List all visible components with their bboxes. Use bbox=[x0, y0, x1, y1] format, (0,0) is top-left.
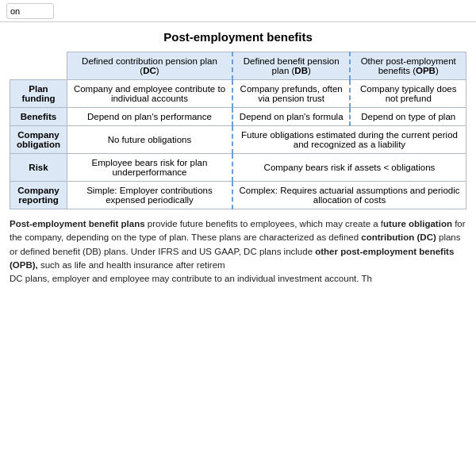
header-empty bbox=[10, 52, 67, 80]
row-plan-funding: Plan funding Company and employee contri… bbox=[10, 80, 466, 108]
cell-obligation-dc: No future obligations bbox=[67, 126, 232, 154]
cell-benefits-opb: Depend on type of plan bbox=[350, 108, 466, 126]
header-dc: Defined contribution pension plan (DC) bbox=[67, 52, 232, 80]
row-header-company-reporting: Company reporting bbox=[10, 182, 67, 209]
cell-reporting-db-opb: Complex: Requires actuarial assumptions … bbox=[232, 182, 466, 209]
row-header-plan-funding: Plan funding bbox=[10, 80, 67, 108]
row-benefits: Benefits Depend on plan's performance De… bbox=[10, 108, 466, 126]
header-opb: Other post-employment benefits (OPB) bbox=[350, 52, 466, 80]
page-content: Post-employment benefits Defined contrib… bbox=[0, 22, 476, 294]
page-title: Post-employment benefits bbox=[10, 30, 466, 44]
row-header-benefits: Benefits bbox=[10, 108, 67, 126]
row-risk: Risk Employee bears risk for plan underp… bbox=[10, 154, 466, 182]
row-company-obligation: Company obligation No future obligations… bbox=[10, 126, 466, 154]
cell-plan-funding-opb: Company typically does not prefund bbox=[350, 80, 466, 108]
benefits-table: Defined contribution pension plan (DC) D… bbox=[10, 52, 466, 209]
cell-risk-dc: Employee bears risk for plan underperfor… bbox=[67, 154, 232, 182]
row-header-company-obligation: Company obligation bbox=[10, 126, 67, 154]
header-db: Defined benefit pension plan (DB) bbox=[232, 52, 351, 80]
top-bar bbox=[0, 0, 476, 22]
cell-obligation-db-opb: Future obligations estimated during the … bbox=[232, 126, 466, 154]
row-company-reporting: Company reporting Simple: Employer contr… bbox=[10, 182, 466, 209]
cell-plan-funding-db: Company prefunds, often via pension trus… bbox=[232, 80, 351, 108]
row-header-risk: Risk bbox=[10, 154, 67, 182]
cell-risk-db-opb: Company bears risk if assets < obligatio… bbox=[232, 154, 466, 182]
top-input[interactable] bbox=[6, 3, 54, 19]
cell-benefits-dc: Depend on plan's performance bbox=[67, 108, 232, 126]
cell-plan-funding-dc: Company and employee contribute to indiv… bbox=[67, 80, 232, 108]
footer-text: Post-employment benefit plans provide fu… bbox=[10, 217, 466, 286]
cell-benefits-db: Depend on plan's formula bbox=[232, 108, 351, 126]
cell-reporting-dc: Simple: Employer contributions expensed … bbox=[67, 182, 232, 209]
